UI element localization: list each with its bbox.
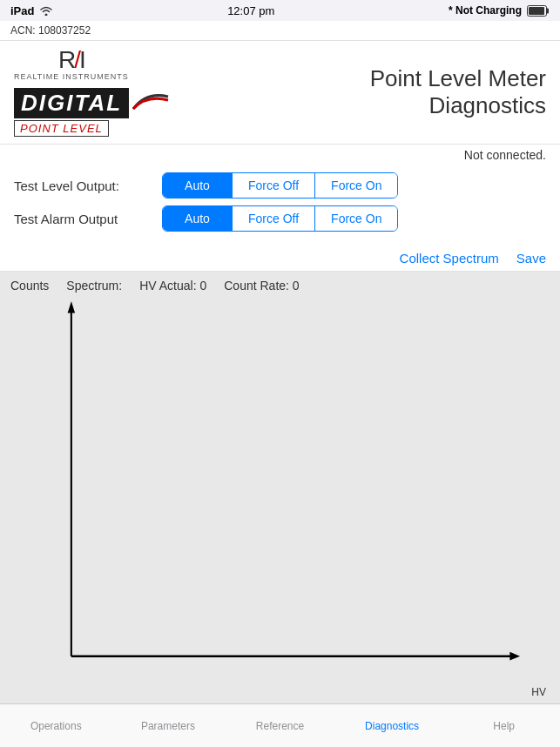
status-right: * Not Charging	[449, 4, 550, 17]
not-connected-text: Not connected.	[464, 148, 546, 162]
chart-inner: HV	[0, 296, 560, 703]
tab-operations-label: Operations	[30, 720, 82, 732]
acn-label: ACN: 108037252	[10, 24, 91, 37]
page-title: Point Level Meter Diagnostics	[370, 65, 546, 119]
count-rate-label: Count Rate: 0	[224, 279, 299, 293]
ipad-label: iPad	[10, 4, 34, 17]
collect-spectrum-link[interactable]: Collect Spectrum	[400, 251, 499, 266]
point-level-sub: POINT LEVEL	[14, 120, 172, 137]
tab-bar: Operations Parameters Reference Diagnost…	[0, 703, 560, 747]
svg-marker-5	[68, 301, 75, 313]
swoosh-icon	[129, 90, 172, 114]
test-level-forceoff-btn[interactable]: Force Off	[233, 173, 315, 198]
status-bar: iPad 12:07 pm * Not Charging	[0, 0, 560, 21]
spectrum-label: Spectrum:	[66, 279, 122, 293]
y-axis-label: Counts	[10, 279, 49, 293]
not-connected-bar: Not connected.	[0, 145, 560, 165]
test-level-segmented: Auto Force Off Force On	[162, 172, 398, 199]
tab-reference-label: Reference	[256, 720, 304, 732]
rti-subtitle: REALtime INSTRUMENTS	[14, 72, 129, 81]
digital-logo: DIGITAL POINT LEVEL	[14, 84, 172, 137]
controls-section: Test Level Output: Auto Force Off Force …	[0, 165, 560, 246]
svg-rect-2	[529, 7, 544, 15]
test-level-output-row: Test Level Output: Auto Force Off Force …	[14, 172, 546, 199]
test-level-forceon-btn[interactable]: Force On	[315, 173, 397, 198]
save-link[interactable]: Save	[516, 251, 546, 266]
hv-actual-label: HV Actual: 0	[139, 279, 206, 293]
test-level-auto-btn[interactable]: Auto	[163, 173, 233, 198]
tab-parameters[interactable]: Parameters	[112, 704, 225, 747]
rti-letters: R/I	[58, 48, 84, 72]
header-right: Point Level Meter Diagnostics	[370, 65, 546, 119]
test-alarm-forceoff-btn[interactable]: Force Off	[233, 206, 315, 231]
tab-help[interactable]: Help	[448, 704, 560, 747]
test-alarm-output-row: Test Alarm Output Auto Force Off Force O…	[14, 205, 546, 232]
test-level-label: Test Level Output:	[14, 178, 162, 193]
status-left: iPad	[10, 4, 53, 17]
rti-logo: R/I REALtime INSTRUMENTS	[14, 48, 129, 81]
header-area: R/I REALtime INSTRUMENTS DIGITAL POINT L…	[0, 41, 560, 145]
x-axis-label: HV	[531, 686, 546, 698]
digital-text: DIGITAL	[14, 88, 129, 118]
tab-parameters-label: Parameters	[141, 720, 195, 732]
test-alarm-auto-btn[interactable]: Auto	[163, 206, 233, 231]
tab-diagnostics[interactable]: Diagnostics	[336, 704, 449, 747]
point-level-text: POINT LEVEL	[14, 120, 109, 137]
chart-container: Counts Spectrum: HV Actual: 0 Count Rate…	[0, 272, 560, 703]
test-alarm-label: Test Alarm Output	[14, 212, 162, 226]
battery-icon	[527, 5, 550, 17]
wifi-icon	[39, 5, 53, 16]
acn-bar: ACN: 108037252	[0, 21, 560, 41]
svg-rect-1	[546, 8, 549, 13]
tab-diagnostics-label: Diagnostics	[365, 720, 419, 732]
test-alarm-segmented: Auto Force Off Force On	[162, 205, 398, 232]
bluetooth-label: * Not Charging	[449, 4, 522, 17]
test-alarm-forceon-btn[interactable]: Force On	[315, 206, 397, 231]
tab-reference[interactable]: Reference	[224, 704, 336, 747]
action-row: Collect Spectrum Save	[0, 246, 560, 272]
svg-marker-6	[509, 652, 520, 661]
status-time: 12:07 pm	[227, 4, 274, 17]
chart-header: Counts Spectrum: HV Actual: 0 Count Rate…	[0, 272, 560, 296]
tab-operations[interactable]: Operations	[0, 704, 112, 747]
header-left: R/I REALtime INSTRUMENTS DIGITAL POINT L…	[14, 48, 172, 137]
main-content: ACN: 108037252 R/I REALtime INSTRUMENTS …	[0, 21, 560, 703]
chart-svg	[44, 296, 534, 677]
tab-help-label: Help	[493, 720, 515, 732]
